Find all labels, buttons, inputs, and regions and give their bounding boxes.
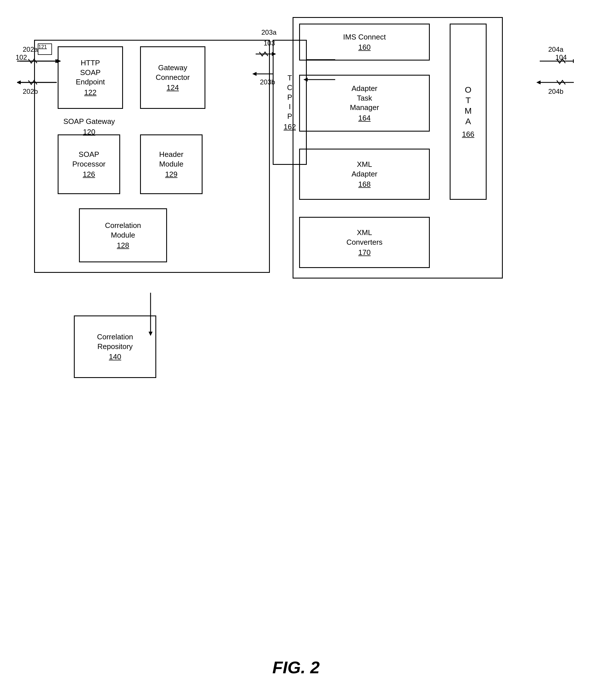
- xml-adapter-box: XMLAdapter 168: [299, 149, 430, 200]
- xml-converters-box: XMLConverters 170: [299, 217, 430, 268]
- box-121: 121: [38, 44, 52, 55]
- svg-marker-16: [573, 59, 574, 63]
- svg-marker-7: [17, 81, 21, 84]
- diagram-container: 202a 102 202b 203a 103 203b 204a 104 204…: [17, 17, 574, 642]
- soap-gateway-label: SOAP Gateway 120: [63, 117, 115, 136]
- ref-104: 104: [555, 53, 567, 61]
- gateway-connector-box: GatewayConnector 124: [140, 46, 205, 109]
- svg-marker-18: [536, 81, 541, 84]
- http-soap-endpoint-box: HTTPSOAPEndpoint 122: [58, 46, 123, 109]
- ref-204a: 204a: [548, 45, 563, 53]
- ref-204b: 204b: [548, 88, 563, 95]
- adapter-task-box: AdapterTaskManager 164: [299, 75, 430, 132]
- ims-connect-outer: IMS Connect 160 OTMA 166 AdapterTaskMana…: [293, 17, 503, 279]
- ims-connect-box: IMS Connect 160: [299, 24, 430, 60]
- ref-102: 102: [16, 53, 27, 61]
- ref-203a: 203a: [261, 29, 277, 36]
- soap-processor-box: SOAPProcessor 126: [58, 134, 120, 194]
- correlation-repo-box: CorrelationRepository 140: [74, 316, 156, 378]
- header-module-box: HeaderModule 129: [140, 134, 203, 194]
- correlation-module-box: CorrelationModule 128: [79, 208, 167, 262]
- box-121-number: 121: [38, 44, 47, 50]
- figure-caption: FIG. 2: [273, 658, 320, 677]
- soap-gateway-box: 121 SOAP Gateway 120 HTTPSOAPEndpoint 12…: [34, 40, 270, 273]
- otma-box: OTMA 166: [450, 24, 487, 200]
